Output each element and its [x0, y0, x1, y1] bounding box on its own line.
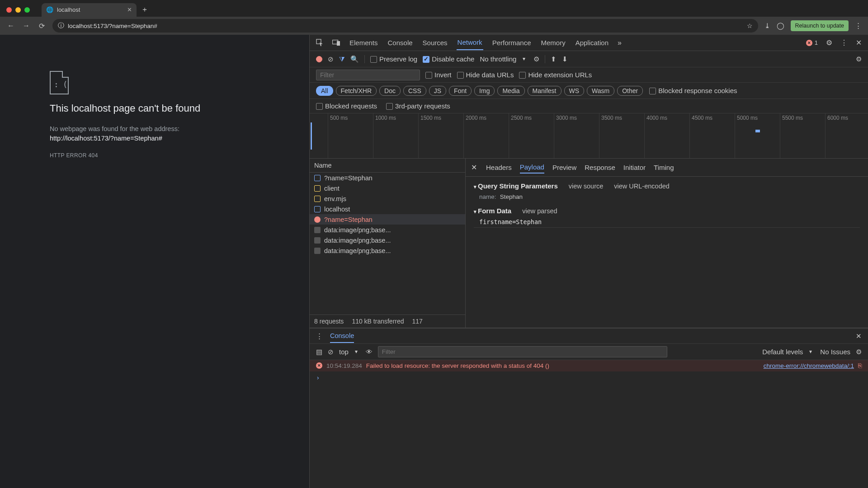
third-party-toggle[interactable]: 3rd-party requests — [386, 102, 450, 110]
address-bar[interactable]: ⓘ localhost:5173/?name=Stephan# ☆ — [52, 19, 758, 33]
record-button[interactable] — [316, 56, 322, 62]
list-header[interactable]: Name — [310, 159, 465, 173]
view-url-encoded-link[interactable]: view URL-encoded — [614, 183, 670, 190]
context-select[interactable]: top — [339, 348, 360, 356]
invert-toggle[interactable]: Invert — [425, 71, 452, 79]
tab-sources[interactable]: Sources — [422, 36, 448, 50]
window-close-btn[interactable] — [6, 7, 12, 13]
type-other[interactable]: Other — [617, 86, 643, 96]
request-row[interactable]: client — [310, 183, 465, 193]
type-doc[interactable]: Doc — [379, 86, 401, 96]
error-badge[interactable]: 1 — [806, 39, 818, 46]
type-font[interactable]: Font — [449, 86, 472, 96]
console-error-row[interactable]: 10:54:19.284 Failed to load resource: th… — [310, 360, 868, 371]
view-parsed-link[interactable]: view parsed — [522, 207, 557, 215]
search-icon[interactable]: 🔍 — [350, 55, 359, 63]
tab-console[interactable]: Console — [387, 36, 414, 50]
request-row[interactable]: ?name=Stephan — [310, 173, 465, 183]
request-row[interactable]: data:image/png;base... — [310, 245, 465, 256]
browser-tab[interactable]: 🌐 localhost ✕ — [42, 3, 137, 17]
detail-tab-preview[interactable]: Preview — [552, 162, 576, 173]
reload-button[interactable]: ⟳ — [37, 22, 46, 30]
upload-har-icon[interactable]: ⬆ — [551, 55, 557, 63]
error-icon — [314, 216, 321, 223]
window-max-btn[interactable] — [24, 7, 30, 13]
type-img[interactable]: Img — [474, 86, 495, 96]
error-source-link[interactable]: chrome-error://chromewebdata/:1 — [764, 362, 854, 369]
close-drawer-icon[interactable]: ✕ — [856, 332, 862, 340]
copy-icon[interactable]: ⎘ — [858, 362, 862, 369]
blocked-cookies-toggle[interactable]: Blocked response cookies — [649, 87, 737, 95]
view-source-link[interactable]: view source — [569, 183, 604, 190]
more-tabs-icon[interactable]: » — [618, 39, 622, 47]
blocked-requests-toggle[interactable]: Blocked requests — [316, 102, 377, 110]
bookmark-icon[interactable]: ☆ — [747, 22, 753, 29]
tab-application[interactable]: Application — [575, 36, 609, 50]
toggle-sidebar-icon[interactable]: ▤ — [316, 348, 322, 356]
close-devtools-icon[interactable]: ✕ — [856, 38, 862, 47]
log-levels-select[interactable]: Default levels — [762, 348, 815, 356]
tab-elements[interactable]: Elements — [349, 36, 379, 50]
menu-icon[interactable]: ⋮ — [855, 22, 862, 30]
hide-ext-urls-toggle[interactable]: Hide extension URLs — [519, 71, 592, 79]
type-wasm[interactable]: Wasm — [587, 86, 614, 96]
request-row[interactable]: data:image/png;base... — [310, 235, 465, 245]
device-toggle-icon[interactable] — [332, 40, 340, 46]
preserve-log-toggle[interactable]: Preserve log — [370, 55, 417, 63]
new-tab-button[interactable]: ＋ — [141, 5, 148, 14]
type-fetch[interactable]: Fetch/XHR — [336, 86, 377, 96]
back-button[interactable]: ← — [6, 22, 15, 30]
forward-button[interactable]: → — [22, 22, 31, 30]
close-detail-icon[interactable]: ✕ — [471, 163, 477, 172]
type-js[interactable]: JS — [429, 86, 446, 96]
clear-icon[interactable]: ⊘ — [328, 55, 334, 63]
window-min-btn[interactable] — [15, 7, 21, 13]
tab-bar: 🌐 localhost ✕ ＋ — [0, 0, 868, 17]
request-row-selected[interactable]: ?name=Stephan — [310, 214, 465, 225]
disable-cache-toggle[interactable]: Disable cache — [423, 55, 474, 63]
clear-console-icon[interactable]: ⊘ — [328, 348, 334, 356]
request-row[interactable]: localhost — [310, 204, 465, 214]
download-har-icon[interactable]: ⬇ — [562, 55, 568, 63]
console-filter-input[interactable] — [378, 346, 667, 357]
detail-tab-payload[interactable]: Payload — [520, 161, 544, 174]
detail-tab-timing[interactable]: Timing — [654, 162, 674, 173]
type-css[interactable]: CSS — [403, 86, 426, 96]
type-ws[interactable]: WS — [564, 86, 585, 96]
type-media[interactable]: Media — [497, 86, 524, 96]
relaunch-button[interactable]: Relaunch to update — [791, 20, 849, 31]
request-row[interactable]: data:image/png;base... — [310, 225, 465, 235]
issues-button[interactable]: No Issues — [820, 348, 850, 356]
request-row[interactable]: env.mjs — [310, 193, 465, 204]
site-info-icon[interactable]: ⓘ — [58, 22, 64, 30]
filter-input[interactable] — [316, 70, 420, 80]
kebab-icon[interactable]: ⋮ — [840, 38, 848, 47]
console-prompt[interactable]: › — [310, 371, 868, 384]
live-expression-icon[interactable]: 👁 — [366, 348, 373, 356]
console-settings-icon[interactable]: ⚙ — [856, 348, 862, 356]
install-icon[interactable]: ⤓ — [764, 22, 770, 30]
detail-tab-initiator[interactable]: Initiator — [623, 162, 646, 173]
throttling-select[interactable]: No throttling — [480, 55, 528, 63]
type-manifest[interactable]: Manifest — [528, 86, 561, 96]
detail-tab-headers[interactable]: Headers — [486, 162, 512, 173]
settings-icon[interactable]: ⚙ — [826, 38, 832, 47]
drawer-kebab-icon[interactable]: ⋮ — [316, 332, 323, 340]
formdata-header[interactable]: Form Data — [474, 207, 511, 215]
qsp-header[interactable]: Query String Parameters — [474, 182, 558, 190]
network-conditions-icon[interactable]: ⚙ — [533, 55, 539, 63]
timeline-overview[interactable]: 500 ms 1000 ms 1500 ms 2000 ms 2500 ms 3… — [310, 113, 868, 159]
network-settings-icon[interactable]: ⚙ — [856, 55, 862, 63]
close-tab-icon[interactable]: ✕ — [127, 6, 132, 13]
nav-bar: ← → ⟳ ⓘ localhost:5173/?name=Stephan# ☆ … — [0, 17, 868, 35]
filter-toggle-icon[interactable]: ⧩ — [339, 55, 345, 63]
tab-performance[interactable]: Performance — [491, 36, 532, 50]
type-all[interactable]: All — [316, 86, 333, 96]
inspect-icon[interactable] — [316, 39, 324, 47]
profile-icon[interactable]: ◯ — [777, 22, 784, 30]
tab-memory[interactable]: Memory — [540, 36, 566, 50]
tab-network[interactable]: Network — [457, 35, 483, 50]
hide-data-urls-toggle[interactable]: Hide data URLs — [457, 71, 514, 79]
detail-tab-response[interactable]: Response — [585, 162, 615, 173]
drawer-tab-console[interactable]: Console — [330, 329, 354, 343]
